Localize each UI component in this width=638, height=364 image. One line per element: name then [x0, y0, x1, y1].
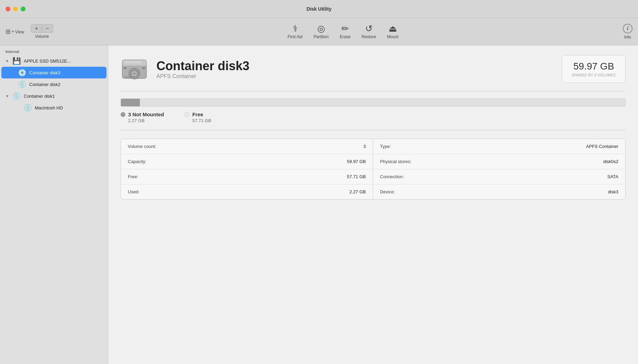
details-col-left: Volume count: 3 Capacity: 59.97 GB Free:… — [121, 139, 373, 199]
details-key: Physical stores: — [380, 159, 411, 164]
main-layout: Internal ▼ 💾 APPLE SSD SM512E... 💿 Conta… — [0, 45, 638, 364]
erase-icon: ✏ — [341, 24, 349, 33]
legend-name-not-mounted: 3 Not Mounted — [128, 111, 164, 117]
details-val: 57.71 GB — [347, 174, 366, 179]
divider-1 — [121, 91, 626, 92]
restore-button[interactable]: ↺ Restore — [362, 24, 376, 39]
details-key: Free: — [128, 174, 138, 179]
mount-label: Mount — [387, 34, 399, 39]
first-aid-icon: ⚕ — [293, 24, 298, 33]
divider-2 — [121, 130, 626, 130]
legend-item-free: Free 57.71 GB — [185, 111, 211, 123]
sidebar-item-container-disk1[interactable]: ▼ 💿 Container disk1 — [1, 90, 106, 102]
details-key: Volume count: — [128, 144, 156, 149]
volume-icon: 💿 — [18, 80, 27, 88]
storage-bar-container: 3 Not Mounted 2.27 GB Free 57.71 GB — [121, 98, 626, 123]
toolbar-right: i Info — [623, 24, 632, 40]
storage-bar — [121, 98, 626, 107]
content-area: Container disk3 APFS Container 59.97 GB … — [108, 45, 638, 364]
legend-value-free: 57.71 GB — [185, 118, 211, 123]
view-label: View — [15, 30, 24, 34]
partition-button[interactable]: ◎ Partition — [313, 24, 329, 39]
sidebar-item-label: Macintosh HD — [35, 105, 63, 110]
sidebar-item-container-disk2[interactable]: 💿 Container disk2 — [1, 78, 106, 90]
details-key: Used: — [128, 189, 140, 194]
info-button[interactable]: i Info — [623, 24, 632, 40]
view-icon: ⊞ — [6, 28, 11, 35]
first-aid-label: First Aid — [288, 34, 302, 39]
svg-rect-2 — [124, 61, 142, 63]
storage-legend: 3 Not Mounted 2.27 GB Free 57.71 GB — [121, 111, 626, 123]
sidebar-item-label: Container disk3 — [29, 70, 60, 75]
maximize-button[interactable] — [21, 7, 25, 11]
partition-label: Partition — [313, 34, 329, 39]
details-row: Type: APFS Container — [373, 139, 625, 154]
minimize-button[interactable] — [13, 7, 18, 11]
legend-dot-free — [185, 112, 189, 117]
svg-point-5 — [133, 73, 135, 75]
toolbar-center: ⚕ First Aid ◎ Partition ✏ Erase ↺ Restor… — [63, 24, 623, 39]
disk-header: Container disk3 APFS Container 59.97 GB … — [121, 55, 626, 83]
details-row: Connection: SATA — [373, 169, 625, 184]
disk-title: Container disk3 — [156, 59, 554, 73]
erase-button[interactable]: ✏ Erase — [340, 24, 350, 39]
details-col-right: Type: APFS Container Physical stores: di… — [373, 139, 625, 199]
sidebar-item-macintosh-hd[interactable]: 💿 Macintosh HD — [1, 102, 106, 114]
details-key: Capacity: — [128, 159, 146, 164]
disk-size-label: SHARED BY 3 VOLUMES — [572, 73, 616, 77]
sidebar-item-label: APPLE SSD SM512E... — [24, 58, 71, 64]
disk-subtitle: APFS Container — [156, 73, 554, 79]
add-volume-button[interactable]: + — [31, 24, 42, 33]
sidebar-item-label: Container disk2 — [29, 82, 60, 87]
svg-rect-7 — [142, 67, 145, 69]
first-aid-button[interactable]: ⚕ First Aid — [288, 24, 302, 39]
details-row: Device: disk3 — [373, 184, 625, 199]
storage-bar-used — [121, 99, 140, 106]
legend-value-not-mounted: 2.27 GB — [121, 118, 164, 123]
chevron-icon: ▼ — [6, 94, 10, 98]
mount-button[interactable]: ⏏ Mount — [387, 24, 399, 39]
legend-dot-used — [121, 112, 125, 117]
details-val: SATA — [607, 174, 618, 179]
details-val: APFS Container — [586, 144, 618, 149]
legend-item-not-mounted: 3 Not Mounted 2.27 GB — [121, 111, 164, 123]
details-table: Volume count: 3 Capacity: 59.97 GB Free:… — [121, 139, 626, 200]
details-row: Physical stores: disk0s2 — [373, 154, 625, 169]
legend-name-free: Free — [192, 111, 203, 117]
details-val: 3 — [363, 144, 366, 149]
info-icon: i — [623, 24, 632, 33]
close-button[interactable] — [6, 7, 10, 11]
details-key: Device: — [380, 189, 395, 194]
details-val: 2.27 GB — [349, 189, 366, 194]
chevron-down-icon: ▾ — [12, 30, 14, 33]
volume-icon: 💿 — [23, 104, 32, 112]
disk-image-svg — [121, 56, 148, 83]
mount-icon: ⏏ — [389, 24, 397, 33]
erase-label: Erase — [340, 34, 350, 39]
window-controls — [6, 7, 25, 11]
svg-rect-8 — [124, 76, 131, 77]
disk-info: Container disk3 APFS Container — [156, 59, 554, 79]
details-val: disk0s2 — [603, 159, 618, 164]
restore-icon: ↺ — [365, 24, 373, 33]
details-val: disk3 — [608, 189, 618, 194]
details-row: Capacity: 59.97 GB — [121, 154, 373, 169]
sidebar-section-internal: Internal — [0, 48, 108, 55]
details-row: Used: 2.27 GB — [121, 184, 373, 199]
volume-buttons: + − — [31, 24, 53, 33]
details-key: Connection: — [380, 174, 404, 179]
chevron-icon: ▼ — [6, 59, 10, 63]
info-label: Info — [624, 35, 631, 40]
view-toggle[interactable]: ⊞ ▾ View — [6, 28, 24, 35]
details-row: Free: 57.71 GB — [121, 169, 373, 184]
disk-icon: 💾 — [12, 57, 21, 65]
disk-size-value: 59.97 GB — [572, 61, 616, 72]
window-title: Disk Utility — [307, 6, 331, 12]
sidebar-item-label: Container disk1 — [24, 94, 55, 99]
toolbar-left: ⊞ ▾ View + − Volume — [6, 24, 53, 39]
remove-volume-button[interactable]: − — [42, 24, 53, 33]
sidebar-item-container-disk3[interactable]: 💿 Container disk3 — [1, 67, 106, 78]
sidebar-item-apple-ssd[interactable]: ▼ 💾 APPLE SSD SM512E... — [1, 55, 106, 67]
sidebar: Internal ▼ 💾 APPLE SSD SM512E... 💿 Conta… — [0, 45, 108, 364]
details-key: Type: — [380, 144, 391, 149]
